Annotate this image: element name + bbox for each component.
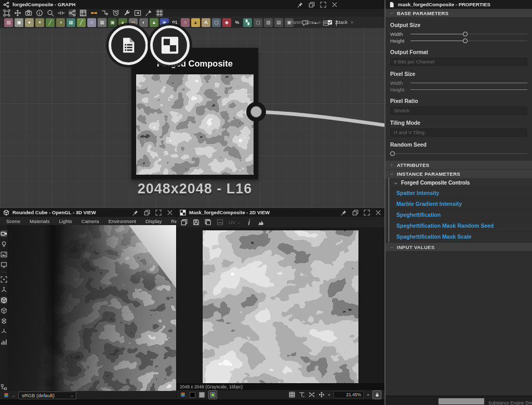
search-button[interactable] bbox=[47, 9, 54, 17]
node-channel-shuffle-button[interactable]: × bbox=[35, 18, 44, 27]
node-mask-badge[interactable] bbox=[150, 25, 190, 65]
node-percent-01-button[interactable]: % bbox=[233, 18, 242, 27]
stack-checkbox[interactable] bbox=[327, 20, 332, 25]
histogram-icon[interactable] bbox=[258, 219, 264, 226]
fit-view-button[interactable] bbox=[3, 9, 10, 17]
tiling-icon[interactable] bbox=[309, 391, 315, 398]
background-black-swatch[interactable] bbox=[190, 392, 195, 398]
node-curve-button[interactable]: ╱ bbox=[46, 18, 55, 27]
node-hsl-button[interactable]: ◑ bbox=[56, 18, 65, 27]
view2d-canvas[interactable]: 2048 x 2048 (Grayscale, 16bpc) bbox=[177, 227, 384, 390]
node-graph-button[interactable] bbox=[69, 9, 76, 17]
node-arc-button[interactable]: ∩ bbox=[181, 18, 190, 27]
expand-icon[interactable] bbox=[155, 210, 162, 216]
close-icon[interactable] bbox=[167, 210, 173, 216]
axis-button[interactable] bbox=[1, 286, 7, 293]
node-text-button[interactable]: A bbox=[202, 18, 210, 27]
information-icon[interactable] bbox=[246, 219, 252, 226]
node-tile-sampler-button[interactable]: ▦ bbox=[66, 18, 75, 27]
zoom-level-field[interactable]: 21.45% bbox=[334, 391, 364, 398]
clock-button[interactable] bbox=[112, 9, 119, 17]
pin-icon[interactable] bbox=[132, 210, 139, 216]
layers-button[interactable] bbox=[79, 9, 87, 17]
fan-button[interactable] bbox=[1, 328, 7, 335]
render-3d-viewport[interactable] bbox=[7, 225, 176, 391]
output-height-slider[interactable] bbox=[410, 37, 527, 44]
input-values-header[interactable]: INPUT VALUES bbox=[385, 243, 532, 251]
menu-environment[interactable]: Environment bbox=[109, 218, 136, 224]
close-icon[interactable] bbox=[375, 210, 381, 216]
background-gray-swatch[interactable] bbox=[199, 392, 205, 398]
menu-display[interactable]: Display bbox=[145, 218, 162, 224]
camera-button[interactable] bbox=[25, 9, 32, 17]
node-pencil-button[interactable]: ╱ bbox=[77, 18, 86, 27]
node-blur-button[interactable]: ● bbox=[25, 18, 34, 27]
monitor-button[interactable] bbox=[1, 262, 7, 268]
node-fill-button[interactable]: ◆ bbox=[222, 18, 231, 27]
param-speghettification[interactable]: Speghettification bbox=[385, 210, 532, 220]
node-blend-button[interactable]: ▣ bbox=[15, 18, 23, 27]
menu-lights[interactable]: Lights bbox=[59, 218, 72, 224]
channels-icon[interactable] bbox=[3, 392, 9, 398]
node-frame-b-button[interactable]: ▥ bbox=[264, 18, 273, 27]
lock-zoom-button[interactable] bbox=[373, 390, 381, 399]
pin-icon[interactable] bbox=[341, 210, 347, 216]
forged-composite-node[interactable]: Forged Composite bbox=[131, 48, 258, 179]
float-window-icon[interactable] bbox=[352, 210, 358, 216]
expand-icon[interactable] bbox=[364, 210, 370, 216]
expand-icon[interactable] bbox=[320, 2, 326, 8]
save-icon[interactable] bbox=[193, 219, 200, 226]
instance-parameters-header[interactable]: INSTANCE PARAMETERS bbox=[385, 169, 532, 178]
wrench-button[interactable] bbox=[123, 9, 130, 17]
diamonds-button[interactable] bbox=[1, 318, 7, 324]
channels-icon[interactable] bbox=[180, 391, 186, 398]
output-width-slider[interactable] bbox=[410, 31, 527, 37]
focus-button[interactable] bbox=[1, 276, 7, 283]
node-checker-button[interactable]: ▚ bbox=[243, 18, 252, 27]
node-frame-c-button[interactable]: ▤ bbox=[274, 18, 283, 27]
brush-button[interactable] bbox=[145, 9, 152, 17]
cube-button[interactable] bbox=[1, 297, 7, 304]
stats-button[interactable] bbox=[1, 338, 7, 345]
node-selection-button[interactable]: ▢ bbox=[212, 18, 221, 27]
bulb-button[interactable] bbox=[1, 241, 7, 247]
node-height-button[interactable]: ▲ bbox=[150, 18, 158, 27]
cube-wire-button[interactable] bbox=[1, 307, 7, 314]
node-normal-button[interactable]: ◐ bbox=[139, 18, 148, 27]
base-parameters-header[interactable]: BASE PARAMETERS bbox=[385, 9, 532, 17]
node-frame-a-button[interactable]: ▢ bbox=[254, 18, 262, 27]
pan-icon[interactable] bbox=[318, 391, 325, 398]
copy-background-icon[interactable] bbox=[181, 219, 188, 226]
grid-toggle-icon[interactable] bbox=[289, 391, 295, 398]
param-spatter-intensity[interactable]: Spatter Intensity bbox=[385, 188, 532, 199]
float-window-icon[interactable] bbox=[309, 2, 315, 8]
link-button[interactable] bbox=[90, 9, 98, 17]
attributes-header[interactable]: ATTRIBUTES bbox=[385, 161, 532, 169]
more-chevrons[interactable]: » bbox=[318, 20, 321, 25]
node-transform-button[interactable]: ▦ bbox=[98, 18, 107, 27]
landscape-button[interactable] bbox=[1, 251, 7, 258]
colorspace-dropdown[interactable]: sRGB (default) bbox=[18, 391, 76, 399]
panel-arrow-button[interactable] bbox=[134, 9, 141, 17]
param-marble-gradient-intensity[interactable]: Marble Gradient Intensity bbox=[385, 199, 532, 210]
close-icon[interactable] bbox=[331, 2, 338, 8]
color-picker-button[interactable] bbox=[208, 390, 217, 399]
chevron-down-icon[interactable] bbox=[12, 394, 16, 397]
menu-materials[interactable]: Materials bbox=[30, 218, 50, 224]
node-parameters-badge[interactable] bbox=[109, 25, 148, 65]
node-gradient-map-button[interactable]: ▨ bbox=[4, 18, 13, 27]
node-box-button[interactable]: ▣ bbox=[108, 18, 117, 27]
pixel-ratio-icon[interactable] bbox=[299, 391, 305, 398]
hierarchy-icon[interactable] bbox=[1, 383, 7, 390]
frame-button[interactable] bbox=[156, 9, 163, 17]
node-shape-button[interactable]: ○ bbox=[87, 18, 96, 27]
unplug-button[interactable] bbox=[58, 9, 65, 17]
mask-texture-2d[interactable] bbox=[203, 230, 358, 383]
elbow-button[interactable] bbox=[101, 9, 109, 17]
menu-scene[interactable]: Scene bbox=[6, 218, 20, 224]
move-button[interactable] bbox=[14, 9, 21, 17]
videocam-button[interactable] bbox=[1, 230, 7, 237]
menu-camera[interactable]: Camera bbox=[82, 218, 99, 224]
pin-icon[interactable] bbox=[297, 2, 303, 8]
float-window-icon[interactable] bbox=[144, 210, 150, 216]
